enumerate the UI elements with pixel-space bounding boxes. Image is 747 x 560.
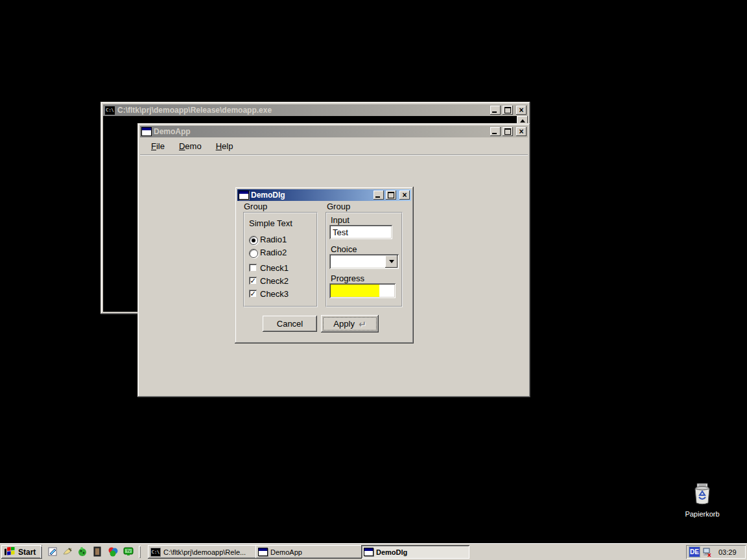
chevron-down-icon bbox=[389, 260, 394, 263]
console-titlebar[interactable]: C:\ C:\fltk\prj\demoapp\Release\demoapp.… bbox=[103, 104, 528, 116]
return-key-icon: ↵ bbox=[359, 319, 366, 329]
apply-label: Apply bbox=[333, 319, 355, 329]
task-label: DemoApp bbox=[270, 548, 302, 556]
close-icon: × bbox=[519, 106, 523, 114]
close-icon: × bbox=[402, 191, 407, 199]
start-button[interactable]: Start bbox=[1, 545, 42, 559]
demodlg-window-icon bbox=[239, 191, 249, 200]
check1[interactable] bbox=[249, 264, 257, 272]
minimize-button[interactable] bbox=[490, 106, 501, 115]
input-field[interactable] bbox=[329, 225, 392, 239]
demodlg-dialog: DemoDlg × Group Simple Text Radio1 Radio… bbox=[235, 187, 414, 344]
quicklaunch-show-desktop-icon[interactable] bbox=[47, 546, 58, 557]
task-button-demodlg[interactable]: DemoDlg bbox=[361, 545, 469, 559]
clock: 03:29 bbox=[718, 548, 737, 556]
demodlg-titlebar[interactable]: DemoDlg × bbox=[237, 189, 411, 201]
menubar: File Demo Help bbox=[140, 137, 528, 156]
menu-demo[interactable]: Demo bbox=[174, 140, 206, 152]
taskbar-grip[interactable] bbox=[40, 546, 42, 558]
demoapp-title: DemoApp bbox=[154, 127, 488, 136]
demodlg-title: DemoDlg bbox=[251, 191, 372, 200]
recycle-bin-icon bbox=[691, 482, 713, 506]
language-indicator[interactable]: DE bbox=[689, 546, 700, 557]
task-label: C:\fltk\prj\demoapp\Rele... bbox=[163, 548, 246, 556]
window-icon bbox=[258, 548, 268, 556]
progress-label: Progress bbox=[331, 274, 364, 283]
cancel-label: Cancel bbox=[277, 319, 303, 329]
demoapp-titlebar[interactable]: DemoApp × bbox=[140, 126, 528, 137]
close-icon: × bbox=[519, 128, 523, 135]
radio1-label[interactable]: Radio1 bbox=[260, 235, 287, 244]
quicklaunch-door-icon[interactable] bbox=[92, 546, 102, 557]
menu-file[interactable]: File bbox=[147, 140, 169, 152]
minimize-button[interactable] bbox=[374, 191, 384, 200]
maximize-icon bbox=[504, 128, 511, 135]
task-label: DemoDlg bbox=[376, 548, 407, 556]
close-button[interactable]: × bbox=[516, 127, 527, 136]
progress-fill bbox=[331, 285, 379, 297]
task-button-console[interactable]: C:\ C:\fltk\prj\demoapp\Rele... bbox=[148, 545, 257, 559]
left-group-label: Group bbox=[244, 202, 267, 211]
scroll-up-icon bbox=[520, 119, 525, 122]
check2-label[interactable]: Check2 bbox=[260, 276, 289, 286]
maximize-button[interactable] bbox=[503, 127, 513, 136]
progress-bar bbox=[329, 283, 396, 298]
svg-text:x: x bbox=[707, 552, 711, 557]
recycle-bin-label: Papierkorb bbox=[677, 510, 728, 518]
minimize-icon bbox=[375, 196, 380, 198]
maximize-icon bbox=[504, 107, 511, 113]
svg-text:TV: TV bbox=[126, 549, 131, 553]
minimize-icon bbox=[492, 111, 497, 113]
simple-text-label: Simple Text bbox=[249, 218, 292, 228]
console-icon: C:\ bbox=[104, 106, 115, 115]
radio1[interactable] bbox=[249, 236, 258, 245]
windows-logo-icon bbox=[4, 547, 16, 557]
quicklaunch-hand-pen-icon[interactable] bbox=[62, 546, 73, 557]
apply-button[interactable]: Apply ↵ bbox=[321, 315, 379, 332]
cancel-button[interactable]: Cancel bbox=[263, 316, 317, 332]
taskbar-grip[interactable] bbox=[139, 546, 141, 558]
minimize-button[interactable] bbox=[490, 127, 501, 136]
right-group-label: Group bbox=[327, 202, 350, 211]
choice-dropdown[interactable] bbox=[329, 254, 399, 269]
quicklaunch-creature-icon[interactable] bbox=[77, 546, 88, 557]
console-title: C:\fltk\prj\demoapp\Release\demoapp.exe bbox=[117, 106, 488, 115]
close-button[interactable]: × bbox=[399, 191, 410, 200]
choice-label: Choice bbox=[331, 244, 357, 254]
close-button[interactable]: × bbox=[516, 106, 527, 115]
network-error-tray-icon[interactable]: x bbox=[702, 547, 713, 557]
quicklaunch-colors-icon[interactable] bbox=[108, 546, 118, 557]
check2[interactable]: ✓ bbox=[249, 277, 257, 285]
system-tray: DE x 03:29 bbox=[686, 545, 746, 559]
desktop: { "glyphs": { "close": "×", "check": "✓"… bbox=[0, 0, 747, 560]
check3[interactable]: ✓ bbox=[249, 290, 257, 298]
recycle-bin-desktop-icon[interactable]: Papierkorb bbox=[677, 482, 728, 518]
check3-label[interactable]: Check3 bbox=[260, 289, 289, 299]
input-label: Input bbox=[331, 215, 350, 225]
minimize-icon bbox=[492, 133, 497, 134]
radio2[interactable] bbox=[249, 249, 258, 258]
maximize-button[interactable] bbox=[386, 191, 396, 200]
taskbar: Start TV C:\ C:\fltk\prj\demoapp\Rele... bbox=[0, 543, 747, 560]
radio2-label[interactable]: Radio2 bbox=[260, 248, 287, 257]
maximize-button[interactable] bbox=[503, 106, 513, 115]
quicklaunch-tv-icon[interactable]: TV bbox=[123, 546, 134, 557]
start-label: Start bbox=[18, 548, 36, 557]
task-button-demoapp[interactable]: DemoApp bbox=[255, 545, 362, 559]
choice-arrow-button[interactable] bbox=[385, 255, 397, 268]
maximize-icon bbox=[388, 192, 394, 198]
check1-label[interactable]: Check1 bbox=[260, 263, 289, 273]
console-icon: C:\ bbox=[150, 548, 161, 557]
radio-dot-icon bbox=[252, 239, 255, 242]
window-icon bbox=[364, 548, 374, 556]
menu-help[interactable]: Help bbox=[211, 140, 238, 152]
demoapp-window-icon bbox=[141, 127, 152, 136]
